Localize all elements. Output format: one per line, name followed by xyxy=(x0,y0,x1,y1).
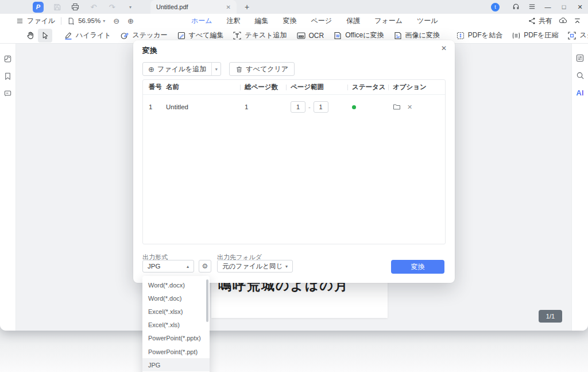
status-success-icon xyxy=(352,105,356,109)
dialog-close-button[interactable]: ✕ xyxy=(441,44,447,52)
add-text-icon xyxy=(233,31,242,40)
comment-panel-icon[interactable] xyxy=(3,89,12,98)
search-icon[interactable] xyxy=(576,71,585,80)
add-file-button[interactable]: ⊕ ファイルを追加 xyxy=(143,63,211,75)
tab-page[interactable]: ページ xyxy=(311,16,332,26)
collapse-toolbar-icon[interactable] xyxy=(574,17,581,25)
maximize-button[interactable]: □ xyxy=(556,3,572,10)
tool-label: ステッカー xyxy=(132,30,167,40)
divider xyxy=(61,17,61,25)
tool-label: PDFを圧縮 xyxy=(524,30,558,40)
left-sidebar xyxy=(0,44,16,331)
office-convert-icon: W xyxy=(333,31,342,40)
combine-pdf-button[interactable]: PDFを結合 xyxy=(451,29,507,43)
file-menu-icon xyxy=(16,17,24,25)
row-number: 1 xyxy=(149,103,166,110)
clear-all-button[interactable]: すべてクリア xyxy=(229,62,295,76)
tab-tools[interactable]: ツール xyxy=(417,16,438,26)
tab-home[interactable]: ホーム xyxy=(191,16,212,26)
add-file-label: ファイルを追加 xyxy=(157,64,206,74)
history-caret-icon[interactable]: ▾ xyxy=(125,5,136,10)
screen-tool-icon xyxy=(567,31,577,40)
new-tab-button[interactable]: + xyxy=(245,2,249,11)
zoom-level-value[interactable]: 56.95% xyxy=(78,17,100,24)
properties-panel-icon[interactable] xyxy=(575,53,585,63)
save-button[interactable] xyxy=(52,3,62,11)
highlight-button[interactable]: ハイライト xyxy=(59,29,115,43)
print-button[interactable] xyxy=(70,3,80,11)
dialog-toolbar: ⊕ ファイルを追加 ▾ すべてクリア xyxy=(142,62,295,76)
page-from-input[interactable]: 1 xyxy=(291,101,305,113)
ribbon-tabs: ホーム 注釈 編集 変換 ページ 保護 フォーム ツール xyxy=(191,14,438,28)
convert-button[interactable]: 変換 xyxy=(391,260,444,274)
output-format-value: JPG xyxy=(148,263,160,270)
open-folder-icon[interactable] xyxy=(393,103,401,111)
convert-dialog: 変換 ✕ ⊕ ファイルを追加 ▾ すべてクリア 番号 名前 総ページ数 xyxy=(133,40,455,283)
gear-icon: ⚙ xyxy=(202,262,208,270)
zoom-in-button[interactable]: ⊕ xyxy=(127,17,134,25)
document-tab[interactable]: Untitled.pdf ✕ xyxy=(150,0,237,14)
tool-label: ハイライト xyxy=(76,30,111,40)
output-format-select[interactable]: JPG ▴ xyxy=(142,260,194,273)
format-dropdown-menu: Word(*.docx) Word(*.doc) Excel(*.xlsx) E… xyxy=(142,276,210,372)
format-option-jpg[interactable]: JPG xyxy=(142,358,210,371)
caret-down-icon: ▾ xyxy=(215,67,218,72)
col-status: ステータス xyxy=(352,83,393,91)
format-option-excel-xlsx[interactable]: Excel(*.xlsx) xyxy=(142,305,210,318)
share-button[interactable]: 共有 xyxy=(539,16,552,26)
output-folder-select[interactable]: 元のファイルと同じ ▾ xyxy=(217,260,293,273)
tool-label: スクリーンツール xyxy=(579,30,588,40)
plus-circle-icon: ⊕ xyxy=(148,66,154,73)
minimize-button[interactable]: — xyxy=(540,3,556,10)
format-option-excel-xls[interactable]: Excel(*.xls) xyxy=(142,319,210,332)
select-tool-button[interactable] xyxy=(38,29,52,43)
page-fit-icon[interactable] xyxy=(67,17,75,25)
tab-comment[interactable]: 注釈 xyxy=(227,16,241,26)
compress-pdf-button[interactable]: PDFを圧縮 xyxy=(507,29,563,43)
remove-file-icon[interactable]: ✕ xyxy=(407,103,412,111)
app-logo-icon: P xyxy=(33,2,44,13)
support-button[interactable] xyxy=(508,3,524,11)
col-options: オプション xyxy=(393,83,439,91)
row-status xyxy=(352,105,393,109)
row-page-range: 1 - 1 xyxy=(291,101,352,113)
dialog-title: 変換 xyxy=(142,45,157,56)
tool-label: PDFを結合 xyxy=(468,30,502,40)
tab-convert[interactable]: 変換 xyxy=(283,16,297,26)
format-option-ppt-ppt[interactable]: PowerPoint(*.ppt) xyxy=(142,345,210,358)
tab-close-icon[interactable]: ✕ xyxy=(226,4,231,10)
ai-assistant-button[interactable]: AI xyxy=(577,89,584,97)
format-settings-button[interactable]: ⚙ xyxy=(199,260,211,273)
zoom-caret-icon[interactable]: ▾ xyxy=(103,18,105,24)
image-convert-icon xyxy=(393,31,403,40)
tab-edit[interactable]: 編集 xyxy=(255,16,269,26)
user-avatar[interactable]: t xyxy=(491,3,500,11)
window-close-button[interactable]: ✕ xyxy=(572,3,588,11)
tab-form[interactable]: フォーム xyxy=(374,16,403,26)
format-option-word-docx[interactable]: Word(*.docx) xyxy=(142,278,210,292)
thumbnail-panel-icon[interactable] xyxy=(3,55,12,63)
format-option-word-doc[interactable]: Word(*.doc) xyxy=(142,292,210,305)
tab-protect[interactable]: 保護 xyxy=(346,16,360,26)
hamburger-icon xyxy=(528,3,536,10)
cloud-upload-icon[interactable] xyxy=(559,17,567,25)
app-menu-button[interactable] xyxy=(524,3,540,11)
format-option-ppt-pptx[interactable]: PowerPoint(*.pptx) xyxy=(142,332,210,345)
bookmark-panel-icon[interactable] xyxy=(3,72,12,80)
ocr-icon: OCR xyxy=(296,31,306,40)
page-to-input[interactable]: 1 xyxy=(314,101,328,113)
title-bar: P ↶ ↷ ▾ Untitled.pdf ✕ + t — □ ✕ xyxy=(0,0,588,14)
redo-button[interactable]: ↷ xyxy=(107,3,117,11)
undo-button[interactable]: ↶ xyxy=(88,3,99,11)
file-menu-button[interactable]: ファイル xyxy=(27,16,55,26)
col-page-range: ページ範囲 xyxy=(291,83,352,91)
dropdown-scrollbar[interactable] xyxy=(206,279,208,322)
zoom-out-button[interactable]: ⊖ xyxy=(113,17,119,25)
svg-text:W: W xyxy=(336,34,340,38)
add-file-caret-button[interactable]: ▾ xyxy=(211,63,220,75)
screen-tool-button[interactable]: スクリーンツール xyxy=(563,29,588,43)
tool-label: OCR xyxy=(309,32,324,40)
titlebar-right: t — □ ✕ xyxy=(491,3,588,11)
hand-tool-button[interactable] xyxy=(23,29,38,43)
share-icon[interactable] xyxy=(528,17,536,25)
